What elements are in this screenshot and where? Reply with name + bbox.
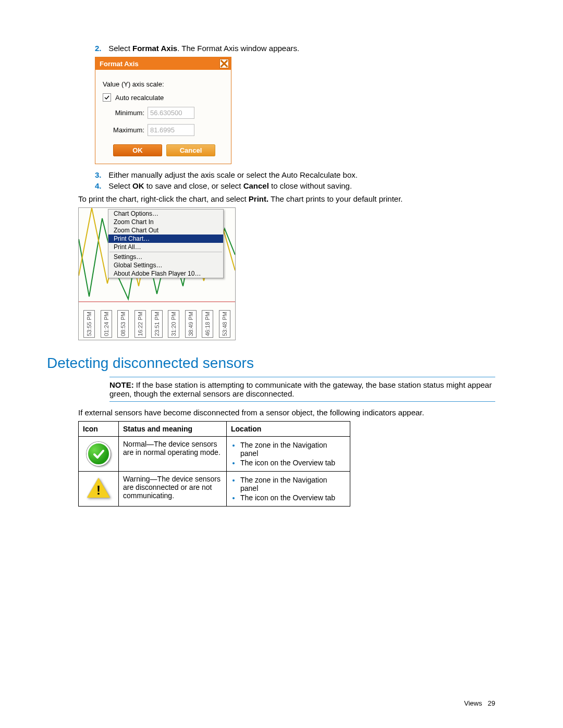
time-tick: 31:20 PM xyxy=(168,310,179,338)
menu-about-flash[interactable]: About Adobe Flash Player 10… xyxy=(108,269,223,278)
step-text: Select Format Axis. The Format Axis wind… xyxy=(108,44,299,53)
col-location: Location xyxy=(227,422,350,437)
time-tick: 53:55 PM xyxy=(83,310,95,338)
status-text: Warning—The device sensors are disconnec… xyxy=(119,472,227,507)
step-text: Select OK to save and close, or select C… xyxy=(108,181,352,190)
note-box: NOTE: If the base station is attempting … xyxy=(109,377,495,402)
time-tick: 23:51 PM xyxy=(151,310,163,338)
page-footer: Views 29 xyxy=(464,699,495,707)
location-cell: The zone in the Navigation panel The ico… xyxy=(227,437,350,472)
list-item: The icon on the Overview tab xyxy=(240,493,346,502)
max-label: Maximum: xyxy=(103,126,144,134)
col-icon: Icon xyxy=(79,422,119,437)
menu-separator xyxy=(109,252,222,252)
footer-page: 29 xyxy=(488,699,495,707)
step-text: Either manually adjust the axis scale or… xyxy=(108,170,358,179)
footer-section: Views xyxy=(464,699,482,707)
menu-chart-options[interactable]: Chart Options… xyxy=(108,209,223,218)
menu-print-chart[interactable]: Print Chart… xyxy=(108,235,223,243)
status-icon-normal xyxy=(79,437,119,472)
step-4: 4. Select OK to save and close, or selec… xyxy=(95,181,495,190)
warning-icon: ! xyxy=(87,478,110,498)
time-tick: 53:48 PM xyxy=(219,310,230,338)
step-2: 2. Select Format Axis. The Format Axis w… xyxy=(95,44,495,53)
scale-label: Value (Y) axis scale: xyxy=(103,80,226,88)
chart-plot-area[interactable]: Chart Options… Zoom Chart In Zoom Chart … xyxy=(79,208,235,307)
step-number: 3. xyxy=(95,170,106,179)
auto-recalc-row[interactable]: Auto recalculate xyxy=(103,93,226,102)
checkmark-icon xyxy=(87,442,111,466)
close-icon[interactable] xyxy=(219,59,229,68)
after-note-text: If external sensors have become disconne… xyxy=(78,408,495,417)
chart-time-axis: 53:55 PM 01:24 PM 08:53 PM 16:22 PM 23:5… xyxy=(79,307,235,340)
doc-page: 2. Select Format Axis. The Format Axis w… xyxy=(0,0,563,728)
col-status: Status and meaning xyxy=(119,422,227,437)
table-row: ! Warning—The device sensors are disconn… xyxy=(79,472,350,507)
sensor-status-table: Icon Status and meaning Location Normal—… xyxy=(78,421,350,507)
format-axis-dialog: Format Axis Value (Y) axis scale: Auto r… xyxy=(95,57,231,164)
auto-recalc-label: Auto recalculate xyxy=(115,94,164,102)
step-number: 2. xyxy=(95,44,106,53)
context-menu: Chart Options… Zoom Chart In Zoom Chart … xyxy=(108,209,224,278)
step-number: 4. xyxy=(95,181,106,190)
menu-global-settings[interactable]: Global Settings… xyxy=(108,261,223,269)
min-input[interactable] xyxy=(148,107,194,119)
print-instruction: To print the chart, right-click the char… xyxy=(78,194,495,203)
dialog-body: Value (Y) axis scale: Auto recalculate M… xyxy=(95,70,231,164)
table-row: Normal—The device sensors are in normal … xyxy=(79,437,350,472)
dialog-title: Format Axis xyxy=(100,60,139,68)
time-tick: 46:18 PM xyxy=(202,310,213,338)
list-item: The icon on the Overview tab xyxy=(240,459,346,467)
menu-zoom-out[interactable]: Zoom Chart Out xyxy=(108,226,223,235)
chart-figure: Chart Options… Zoom Chart In Zoom Chart … xyxy=(78,207,236,340)
note-label: NOTE: xyxy=(109,380,136,389)
section-heading: Detecting disconnected sensors xyxy=(47,355,495,372)
table-header-row: Icon Status and meaning Location xyxy=(79,422,350,437)
status-icon-warning: ! xyxy=(79,472,119,507)
ok-button[interactable]: OK xyxy=(113,144,162,156)
menu-settings[interactable]: Settings… xyxy=(108,253,223,261)
step-3: 3. Either manually adjust the axis scale… xyxy=(95,170,495,179)
cancel-button[interactable]: Cancel xyxy=(166,144,215,156)
max-input[interactable] xyxy=(148,124,194,136)
checkbox-icon[interactable] xyxy=(103,93,111,102)
status-text: Normal—The device sensors are in normal … xyxy=(119,437,227,472)
dialog-titlebar: Format Axis xyxy=(95,57,231,70)
menu-print-all[interactable]: Print All… xyxy=(108,243,223,251)
location-cell: The zone in the Navigation panel The ico… xyxy=(227,472,350,507)
menu-zoom-in[interactable]: Zoom Chart In xyxy=(108,218,223,226)
time-tick: 16:22 PM xyxy=(134,310,146,338)
list-item: The zone in the Navigation panel xyxy=(240,441,346,458)
time-tick: 01:24 PM xyxy=(101,310,112,338)
time-tick: 08:53 PM xyxy=(117,310,129,338)
time-tick: 38:49 PM xyxy=(185,310,197,338)
note-text: If the base station is attempting to com… xyxy=(109,380,492,398)
list-item: The zone in the Navigation panel xyxy=(240,476,346,492)
min-label: Minimum: xyxy=(103,109,144,117)
